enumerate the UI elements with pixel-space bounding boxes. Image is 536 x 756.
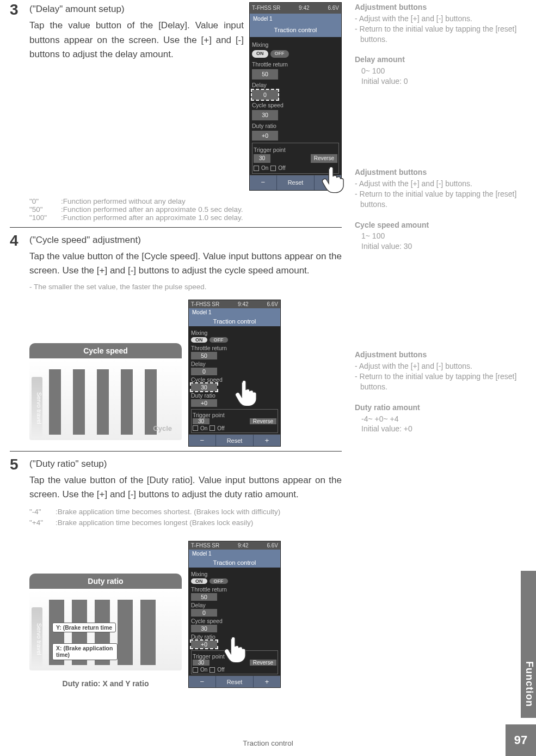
dev-cycle-val[interactable]: 30 — [191, 625, 217, 632]
dev-delay-label: Delay — [191, 361, 278, 367]
dev-trigger-val[interactable]: 30 — [254, 154, 270, 163]
note-val: :Brake application time becomes longest … — [56, 517, 253, 529]
note-val: :Function performed after an approximate… — [61, 214, 243, 222]
chk-on[interactable] — [254, 166, 259, 171]
note-val: :Brake application time becomes shortest… — [56, 507, 280, 518]
mixing-on-pill[interactable]: ON — [191, 337, 207, 343]
right-column: Adjustment buttons - Adjust with the [+]… — [355, 2, 518, 692]
note-key: "+4" — [29, 517, 48, 529]
device-screenshot-cycle: T-FHSS SR9:426.6V Model 1 Traction contr… — [188, 300, 281, 447]
dev-screen-title: Traction control — [250, 24, 341, 37]
chk-off-label: Off — [217, 667, 224, 673]
dev-duty-val[interactable]: +0 — [191, 641, 217, 648]
manual-page: 3 ("Delay" amount setup) Tap the value b… — [0, 0, 536, 756]
note-val: :Function performed without any delay — [61, 197, 186, 205]
dev-thr-val[interactable]: 50 — [252, 69, 278, 79]
side-heading: Adjustment buttons — [355, 2, 518, 13]
mixing-on-pill[interactable]: ON — [252, 50, 268, 58]
divider — [10, 227, 342, 228]
dev-batt: 6.6V — [267, 301, 278, 307]
dev-screen-title: Traction control — [189, 316, 280, 326]
mixing-off-pill[interactable]: OFF — [210, 337, 228, 343]
note-key: "50" — [29, 205, 53, 214]
dev-thr-val[interactable]: 50 — [191, 593, 217, 601]
dev-trigger-val[interactable]: 30 — [193, 418, 210, 424]
dev-model: Model 1 — [189, 550, 280, 558]
dev-time: 9:42 — [238, 301, 248, 307]
side-line: - Adjust with the [+] and [-] buttons. — [355, 14, 518, 24]
dev-time: 9:42 — [299, 4, 309, 13]
dev-delay-val[interactable]: 0 — [191, 609, 217, 617]
chk-on-label: On — [261, 164, 268, 173]
side-heading: Adjustment buttons — [355, 350, 518, 360]
dev-delay-val[interactable]: 0 — [191, 368, 217, 375]
step-body: ("Cycle speed" adjustment) Tap the value… — [29, 233, 342, 293]
step-body: ("Delay" amount setup) Tap the value but… — [29, 2, 342, 191]
dev-reverse-btn[interactable]: Reverse — [250, 660, 276, 666]
step-number: 5 — [10, 457, 24, 535]
dev-top-left: T-FHSS SR — [252, 4, 280, 13]
dev-duty-label: Duty ratio — [252, 121, 339, 130]
dev-reset-btn[interactable]: Reset — [277, 175, 315, 190]
device-screenshot-duty: T-FHSS SR9:426.6V Model 1 Traction contr… — [188, 541, 281, 688]
dev-minus-btn[interactable]: − — [189, 435, 216, 446]
mixing-off-pill[interactable]: OFF — [270, 50, 289, 58]
chk-off-label: Off — [278, 164, 285, 173]
mixing-off-pill[interactable]: OFF — [210, 578, 228, 584]
chk-off[interactable] — [210, 667, 215, 673]
mixing-on-pill[interactable]: ON — [191, 578, 207, 584]
diagram-title: Cycle speed — [29, 343, 182, 358]
hand-pointer-icon — [321, 165, 346, 194]
dev-reverse-btn[interactable]: Reverse — [311, 154, 337, 163]
pulse-bars — [49, 369, 157, 435]
left-column: 3 ("Delay" amount setup) Tap the value b… — [10, 2, 342, 692]
step5-diagram-row: Duty ratio Servo travel Y: (Brake return… — [29, 541, 342, 688]
step-desc: Tap the value button of the [Cycle speed… — [29, 249, 342, 278]
dev-cycle-label: Cycle speed — [252, 101, 339, 109]
side-heading: Duty ratio amount — [355, 403, 518, 413]
dev-thr-val[interactable]: 50 — [191, 352, 217, 359]
dev-cycle-val[interactable]: 30 — [252, 110, 278, 120]
two-column-layout: 3 ("Delay" amount setup) Tap the value b… — [10, 0, 521, 692]
dev-plus-btn[interactable]: + — [254, 435, 280, 446]
dev-trigger-val[interactable]: 30 — [193, 660, 210, 666]
servo-travel-label: Servo travel — [32, 377, 42, 437]
chk-on-label: On — [200, 667, 207, 673]
dev-reset-btn[interactable]: Reset — [216, 676, 254, 687]
dev-top-left: T-FHSS SR — [191, 542, 219, 548]
chk-on[interactable] — [193, 667, 198, 673]
step-subnote: - The smaller the set value, the faster … — [29, 282, 342, 293]
dev-cycle-label: Cycle speed — [191, 618, 278, 624]
page-number: 97 — [506, 724, 536, 756]
note-key: "-4" — [29, 507, 48, 518]
x-annotation: X: (Brake application time) — [52, 643, 118, 660]
side-line: - Return to the initial value by tapping… — [355, 24, 518, 45]
side-heading: Cycle speed amount — [355, 220, 518, 230]
cycle-label: Cycle — [153, 424, 172, 432]
cycle-speed-diagram: Cycle speed Servo travel Cycle — [29, 343, 182, 447]
dev-reverse-btn[interactable]: Reverse — [250, 418, 276, 424]
dev-model: Model 1 — [189, 308, 280, 316]
side-line: - Adjust with the [+] and [-] buttons. — [355, 179, 518, 189]
dev-duty-val[interactable]: +0 — [252, 131, 278, 141]
dev-duty-val[interactable]: +0 — [191, 399, 217, 407]
chk-off[interactable] — [270, 166, 276, 171]
step-title: ("Cycle speed" adjustment) — [29, 233, 342, 247]
dev-plus-btn[interactable]: + — [254, 676, 280, 687]
dev-reset-btn[interactable]: Reset — [216, 435, 254, 446]
servo-travel-label: Servo travel — [32, 607, 42, 667]
dev-delay-val[interactable]: 0 — [252, 90, 278, 100]
side-range: 1~ 100 — [355, 231, 518, 241]
dev-mixing-label: Mixing — [191, 571, 278, 577]
step-body: ("Duty ratio" setup) Tap the value butto… — [29, 457, 342, 535]
diagram-title: Duty ratio — [29, 574, 182, 589]
chk-on[interactable] — [193, 425, 198, 431]
dev-thr-label: Throttle return — [191, 586, 278, 593]
chk-off[interactable] — [210, 425, 215, 431]
duty-ratio-diagram: Duty ratio Servo travel Y: (Brake return… — [29, 574, 182, 677]
dev-cycle-val[interactable]: 30 — [191, 383, 217, 391]
dev-minus-btn[interactable]: − — [250, 175, 277, 190]
dev-minus-btn[interactable]: − — [189, 676, 216, 687]
chk-off-label: Off — [217, 425, 224, 431]
device-screenshot-delay: T-FHSS SR9:426.6V Model 1 Traction contr… — [249, 2, 342, 191]
